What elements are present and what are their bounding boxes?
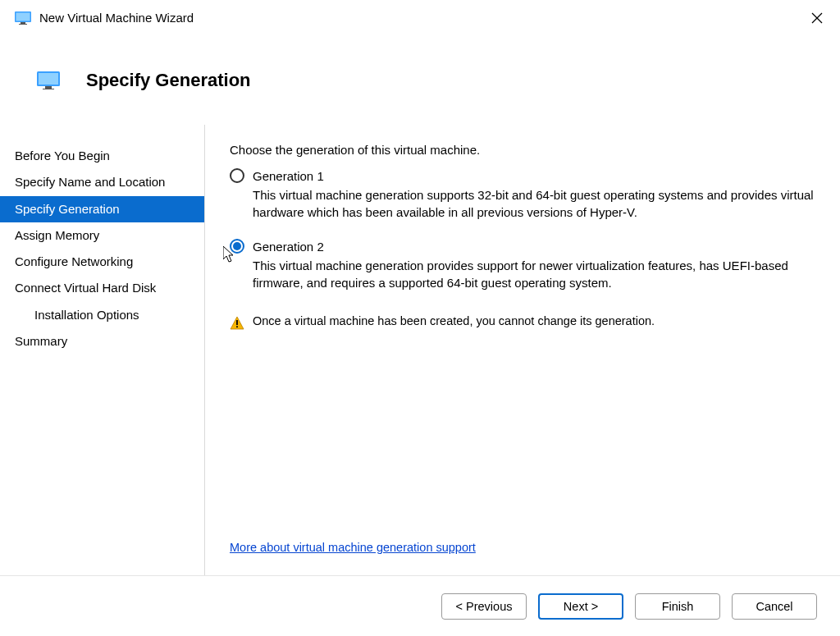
- sidebar-item-assign-memory[interactable]: Assign Memory: [0, 222, 204, 249]
- warning-row: Once a virtual machine has been created,…: [230, 314, 819, 331]
- svg-rect-12: [236, 326, 238, 327]
- finish-button[interactable]: Finish: [635, 593, 720, 620]
- wizard-content: Choose the generation of this virtual ma…: [205, 125, 833, 575]
- previous-button[interactable]: < Previous: [441, 593, 527, 620]
- svg-rect-8: [45, 86, 52, 89]
- warning-icon: [230, 316, 244, 331]
- close-icon: [811, 12, 823, 24]
- wizard-window: New Virtual Machine Wizard Specify Gener…: [0, 0, 840, 636]
- sidebar-item-configure-networking[interactable]: Configure Networking: [0, 249, 204, 275]
- sidebar-item-summary[interactable]: Summary: [0, 328, 204, 355]
- sidebar-item-connect-vhd[interactable]: Connect Virtual Hard Disk: [0, 275, 204, 301]
- label-generation-1[interactable]: Generation 1: [253, 169, 324, 183]
- svg-rect-11: [236, 320, 238, 325]
- wizard-body: Before You Begin Specify Name and Locati…: [0, 125, 840, 575]
- desc-generation-2: This virtual machine generation provides…: [253, 257, 819, 291]
- sidebar-item-specify-generation[interactable]: Specify Generation: [0, 196, 204, 222]
- svg-rect-7: [39, 73, 58, 85]
- link-more-about-generation[interactable]: More about virtual machine generation su…: [230, 541, 476, 554]
- option-generation-2: Generation 2 This virtual machine genera…: [230, 239, 819, 304]
- cancel-button[interactable]: Cancel: [732, 593, 817, 620]
- header-monitor-icon: [37, 71, 60, 89]
- radio-generation-2[interactable]: [230, 239, 244, 254]
- wizard-header: Specify Generation: [0, 36, 840, 125]
- intro-text: Choose the generation of this virtual ma…: [230, 143, 819, 157]
- next-button[interactable]: Next >: [538, 593, 623, 620]
- app-monitor-icon: [15, 11, 31, 25]
- sidebar-item-installation-options[interactable]: Installation Options: [0, 302, 204, 328]
- sidebar-item-specify-name-location[interactable]: Specify Name and Location: [0, 169, 204, 195]
- radio-generation-1[interactable]: [230, 168, 244, 183]
- svg-rect-1: [16, 12, 30, 21]
- svg-rect-2: [21, 22, 25, 24]
- wizard-sidebar: Before You Begin Specify Name and Locati…: [0, 125, 205, 575]
- desc-generation-1: This virtual machine generation supports…: [253, 186, 819, 221]
- svg-rect-3: [19, 24, 27, 25]
- label-generation-2[interactable]: Generation 2: [253, 240, 324, 254]
- wizard-footer: < Previous Next > Finish Cancel: [0, 575, 840, 636]
- warning-text: Once a virtual machine has been created,…: [253, 314, 655, 327]
- svg-rect-9: [43, 89, 54, 89]
- page-title: Specify Generation: [86, 70, 251, 91]
- titlebar: New Virtual Machine Wizard: [0, 0, 840, 36]
- window-title: New Virtual Machine Wizard: [39, 11, 801, 25]
- close-button[interactable]: [801, 5, 833, 31]
- sidebar-item-before-you-begin[interactable]: Before You Begin: [0, 143, 204, 169]
- option-generation-1: Generation 1 This virtual machine genera…: [230, 168, 819, 234]
